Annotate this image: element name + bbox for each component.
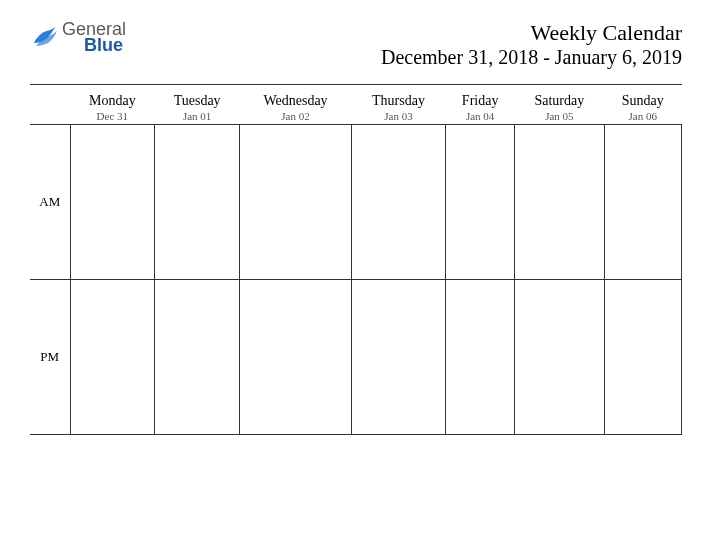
logo-text-blue: Blue — [84, 36, 126, 54]
day-date: Jan 01 — [159, 110, 236, 122]
cell-pm-monday — [70, 280, 155, 435]
day-name: Monday — [74, 93, 151, 109]
day-name: Friday — [450, 93, 511, 109]
cell-am-sunday — [604, 125, 681, 280]
weekly-calendar: Monday Dec 31 Tuesday Jan 01 Wednesday J… — [30, 84, 682, 435]
cell-am-thursday — [351, 125, 445, 280]
pm-label: PM — [30, 280, 70, 435]
day-name: Saturday — [519, 93, 600, 109]
day-name: Thursday — [355, 93, 441, 109]
day-header-thursday: Thursday Jan 03 — [351, 85, 445, 125]
cell-pm-sunday — [604, 280, 681, 435]
day-header-row: Monday Dec 31 Tuesday Jan 01 Wednesday J… — [30, 85, 682, 125]
am-label: AM — [30, 125, 70, 280]
page-title: Weekly Calendar — [381, 20, 682, 46]
cell-am-tuesday — [155, 125, 240, 280]
day-header-wednesday: Wednesday Jan 02 — [240, 85, 352, 125]
cell-am-monday — [70, 125, 155, 280]
brand-logo: General Blue — [30, 20, 126, 54]
cell-pm-tuesday — [155, 280, 240, 435]
am-row: AM — [30, 125, 682, 280]
cell-pm-saturday — [515, 280, 604, 435]
pm-row: PM — [30, 280, 682, 435]
cell-am-friday — [446, 125, 515, 280]
day-name: Wednesday — [244, 93, 348, 109]
cell-am-wednesday — [240, 125, 352, 280]
day-name: Tuesday — [159, 93, 236, 109]
day-date: Jan 04 — [450, 110, 511, 122]
day-date: Jan 06 — [608, 110, 677, 122]
day-date: Dec 31 — [74, 110, 151, 122]
cell-pm-thursday — [351, 280, 445, 435]
day-header-friday: Friday Jan 04 — [446, 85, 515, 125]
date-range: December 31, 2018 - January 6, 2019 — [381, 46, 682, 69]
day-header-sunday: Sunday Jan 06 — [604, 85, 681, 125]
day-header-monday: Monday Dec 31 — [70, 85, 155, 125]
svg-point-0 — [43, 35, 48, 40]
header: General Blue Weekly Calendar December 31… — [30, 20, 682, 69]
title-block: Weekly Calendar December 31, 2018 - Janu… — [381, 20, 682, 69]
cell-pm-friday — [446, 280, 515, 435]
day-header-tuesday: Tuesday Jan 01 — [155, 85, 240, 125]
day-date: Jan 03 — [355, 110, 441, 122]
day-date: Jan 02 — [244, 110, 348, 122]
cell-pm-wednesday — [240, 280, 352, 435]
day-name: Sunday — [608, 93, 677, 109]
day-date: Jan 05 — [519, 110, 600, 122]
cell-am-saturday — [515, 125, 604, 280]
corner-cell — [30, 85, 70, 125]
day-header-saturday: Saturday Jan 05 — [515, 85, 604, 125]
swoosh-icon — [30, 22, 60, 52]
